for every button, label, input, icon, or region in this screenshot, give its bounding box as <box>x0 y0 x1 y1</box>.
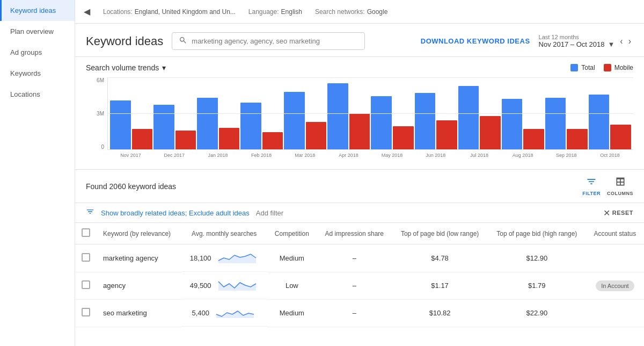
keywords-section: Found 2060 keyword ideas FILTER COLUMNS <box>75 170 644 346</box>
row-ad-impression: – <box>317 244 392 272</box>
legend-total-color <box>570 64 578 71</box>
th-avg-monthly: Avg. monthly searches <box>181 223 267 244</box>
keyword-search-input[interactable] <box>192 37 358 45</box>
date-range-dropdown-icon[interactable]: ▼ <box>608 40 614 48</box>
date-next-button[interactable]: › <box>626 35 633 47</box>
search-box[interactable] <box>172 32 365 50</box>
date-prev-button[interactable]: ‹ <box>618 35 625 47</box>
row-top-bid-low: $10.82 <box>392 299 487 327</box>
th-top-bid-low: Top of page bid (low range) <box>392 223 487 244</box>
row-keyword: marketing agency <box>97 244 181 272</box>
sparkline-icon <box>216 250 259 266</box>
sparkline-icon <box>216 277 259 293</box>
bar-chart-container: 6M 3M 0 Nov 2017Dec 2017Jan 2018Feb 2018… <box>86 77 633 161</box>
bar-total <box>197 98 218 149</box>
chart-header: Search volume trends ▾ Total Mobile <box>86 63 633 72</box>
row-account-status <box>586 244 644 272</box>
row-ad-impression: – <box>317 299 392 327</box>
keywords-header: Found 2060 keyword ideas FILTER COLUMNS <box>75 170 644 203</box>
bar-mobile <box>219 128 240 149</box>
bar-total <box>371 96 392 149</box>
select-all-checkbox[interactable] <box>82 228 90 237</box>
chart-title[interactable]: Search volume trends ▾ <box>86 63 166 72</box>
grid-line-top <box>108 77 633 78</box>
x-axis-label: Apr 2018 <box>327 150 370 161</box>
row-top-bid-low: $4.78 <box>392 244 487 272</box>
x-axis-label: Dec 2017 <box>153 150 195 161</box>
content-area: Keyword ideas DOWNLOAD KEYWORD IDEAS Las… <box>75 24 644 346</box>
add-filter-button[interactable]: Add filter <box>256 209 283 217</box>
row-ad-impression: – <box>317 272 392 299</box>
row-keyword: agency <box>97 272 181 299</box>
row-avg-monthly: 18,100 <box>181 244 267 272</box>
th-account-status: Account status <box>586 223 644 244</box>
bar-mobile <box>436 120 457 149</box>
search-icon <box>179 36 187 46</box>
table-row: marketing agency 18,100 Medium – $4.78 $… <box>75 244 644 272</box>
filter-button[interactable]: FILTER <box>582 176 601 196</box>
in-account-badge: In Account <box>596 280 634 291</box>
bar-mobile <box>523 129 544 149</box>
sidebar-item-locations[interactable]: Locations <box>0 84 75 105</box>
bar-total <box>240 103 261 149</box>
date-range-controls: ‹ › <box>618 35 633 47</box>
row-checkbox[interactable] <box>82 280 90 289</box>
reset-button[interactable]: ✕ RESET <box>603 208 633 218</box>
download-keyword-ideas-button[interactable]: DOWNLOAD KEYWORD IDEAS <box>421 37 530 45</box>
row-checkbox-cell <box>75 299 97 327</box>
bar-mobile <box>262 132 283 149</box>
row-checkbox[interactable] <box>82 253 90 262</box>
row-keyword: seo marketing <box>97 299 181 327</box>
x-axis-labels: Nov 2017Dec 2017Jan 2018Feb 2018Mar 2018… <box>107 150 633 161</box>
filter-icon <box>586 176 597 190</box>
page-title: Keyword ideas <box>86 34 163 48</box>
columns-icon <box>615 176 626 190</box>
bar-mobile <box>306 122 327 149</box>
x-axis-label: Sep 2018 <box>545 150 588 161</box>
header-section: Keyword ideas DOWNLOAD KEYWORD IDEAS Las… <box>75 24 644 57</box>
topbar-search-networks: Search networks: Google <box>315 8 387 16</box>
bar-total <box>110 100 131 149</box>
filter-funnel-icon <box>86 207 94 218</box>
x-axis-label: May 2018 <box>371 150 413 161</box>
sidebar-item-keywords[interactable]: Keywords <box>0 63 75 84</box>
th-keyword: Keyword (by relevance) <box>97 223 181 244</box>
keyword-table-body: marketing agency 18,100 Medium – $4.78 $… <box>75 244 644 327</box>
grid-line-mid <box>108 113 633 114</box>
row-top-bid-high: $1.79 <box>488 272 586 299</box>
bar-mobile <box>610 125 631 149</box>
x-axis-label: Mar 2018 <box>284 150 326 161</box>
bar-total <box>415 93 436 149</box>
filter-link[interactable]: Show broadly related ideas; Exclude adul… <box>101 209 250 217</box>
row-avg-monthly: 5,400 <box>181 299 267 327</box>
row-account-status <box>586 299 644 327</box>
bar-total <box>545 98 566 149</box>
x-axis-label: Aug 2018 <box>502 150 544 161</box>
bar-total <box>327 83 348 149</box>
table-row: seo marketing 5,400 Medium – $10.82 $22.… <box>75 299 644 327</box>
x-axis-label: Feb 2018 <box>240 150 283 161</box>
row-competition: Medium <box>267 299 317 327</box>
sparkline-icon <box>214 305 257 321</box>
bar-total <box>589 95 610 149</box>
row-competition: Medium <box>267 244 317 272</box>
topbar: ◀ Locations: England, United Kingdom and… <box>75 0 644 24</box>
th-top-bid-high: Top of page bid (high range) <box>488 223 586 244</box>
keywords-count: Found 2060 keyword ideas <box>86 182 176 191</box>
bar-mobile <box>393 126 414 149</box>
date-range-section: Last 12 months Nov 2017 – Oct 2018 ▼ ‹ › <box>539 34 633 48</box>
sidebar-item-keyword-ideas[interactable]: Keyword ideas <box>0 0 75 21</box>
bar-mobile <box>567 129 588 149</box>
columns-button[interactable]: COLUMNS <box>607 176 633 196</box>
th-ad-impression: Ad impression share <box>317 223 392 244</box>
header-actions: FILTER COLUMNS <box>582 176 633 196</box>
row-checkbox[interactable] <box>82 308 90 316</box>
row-account-status: In Account <box>586 272 644 299</box>
topbar-locations: Locations: England, United Kingdom and U… <box>103 8 236 16</box>
sidebar-item-ad-groups[interactable]: Ad groups <box>0 42 75 63</box>
row-top-bid-low: $1.17 <box>392 272 487 299</box>
sidebar-item-plan-overview[interactable]: Plan overview <box>0 21 75 42</box>
row-avg-monthly: 49,500 <box>181 272 267 299</box>
collapse-sidebar-btn[interactable]: ◀ <box>84 6 90 17</box>
table-header-row: Keyword (by relevance) Avg. monthly sear… <box>75 223 644 244</box>
